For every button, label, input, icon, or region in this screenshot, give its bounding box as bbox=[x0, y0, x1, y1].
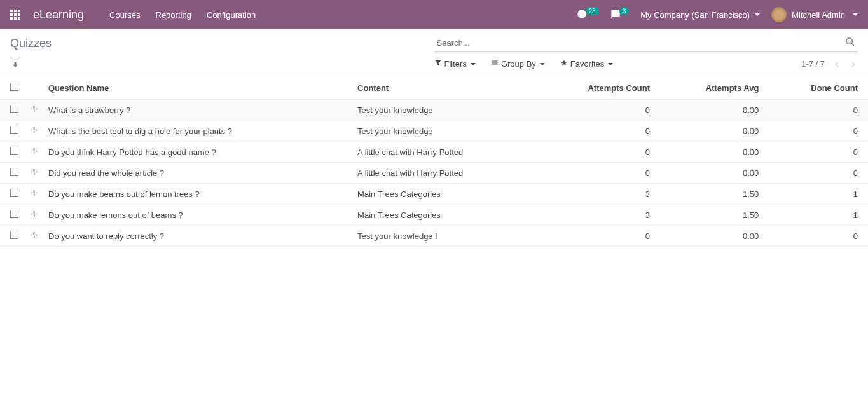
row-checkbox[interactable] bbox=[10, 147, 18, 155]
drag-handle-icon[interactable] bbox=[31, 126, 38, 136]
header-content[interactable]: Content bbox=[352, 76, 537, 100]
pager-prev[interactable]: ‹ bbox=[832, 57, 841, 71]
filters-button[interactable]: Filters bbox=[434, 57, 476, 71]
nav-reporting[interactable]: Reporting bbox=[156, 10, 191, 20]
groupby-button[interactable]: Group By bbox=[491, 57, 545, 71]
table-row[interactable]: Do you want to reply correctly ? Test yo… bbox=[0, 226, 868, 247]
caret-down-icon bbox=[471, 63, 476, 65]
favorites-label: Favorites bbox=[570, 59, 604, 69]
cell-name: Did you read the whole article ? bbox=[43, 163, 352, 184]
row-checkbox[interactable] bbox=[10, 189, 18, 197]
favorites-button[interactable]: Favorites bbox=[560, 57, 613, 71]
cell-name: What is the best tool to dig a hole for … bbox=[43, 121, 352, 142]
cell-attempts-avg: 0.00 bbox=[660, 100, 769, 121]
table-row[interactable]: Did you read the whole article ? A littl… bbox=[0, 163, 868, 184]
header-name[interactable]: Question Name bbox=[43, 76, 352, 100]
company-switcher[interactable]: My Company (San Francisco) bbox=[640, 10, 760, 20]
drag-handle-icon[interactable] bbox=[31, 168, 38, 178]
header-attempts-count[interactable]: Attempts Count bbox=[537, 76, 660, 100]
cell-content: A little chat with Harry Potted bbox=[352, 142, 537, 163]
cell-attempts-count: 0 bbox=[537, 121, 660, 142]
cell-attempts-avg: 1.50 bbox=[660, 184, 769, 205]
messages-button[interactable]: 3 bbox=[610, 9, 630, 21]
cell-attempts-avg: 1.50 bbox=[660, 205, 769, 226]
row-checkbox[interactable] bbox=[10, 105, 18, 113]
cell-done-count: 0 bbox=[769, 142, 868, 163]
apps-icon[interactable] bbox=[10, 10, 20, 20]
header-attempts-avg[interactable]: Attempts Avg bbox=[660, 76, 769, 100]
pager: 1-7 / 7 ‹ › bbox=[801, 57, 858, 71]
drag-handle-icon[interactable] bbox=[31, 210, 38, 220]
row-checkbox[interactable] bbox=[10, 126, 18, 134]
cell-attempts-avg: 0.00 bbox=[660, 163, 769, 184]
cell-name: Do you want to reply correctly ? bbox=[43, 226, 352, 247]
export-button[interactable] bbox=[10, 58, 20, 70]
breadcrumb: Quizzes bbox=[10, 37, 52, 50]
caret-down-icon bbox=[853, 13, 858, 16]
cell-attempts-count: 0 bbox=[537, 226, 660, 247]
cell-name: Do you make lemons out of beams ? bbox=[43, 205, 352, 226]
pager-next[interactable]: › bbox=[849, 57, 858, 71]
row-checkbox[interactable] bbox=[10, 231, 18, 239]
cell-attempts-avg: 0.00 bbox=[660, 226, 769, 247]
cell-done-count: 0 bbox=[769, 163, 868, 184]
user-menu[interactable]: Mitchell Admin bbox=[771, 7, 858, 22]
drag-handle-icon[interactable] bbox=[31, 231, 38, 241]
cell-attempts-count: 3 bbox=[537, 184, 660, 205]
cell-content: Test your knowledge ! bbox=[352, 226, 537, 247]
cell-content: A little chat with Harry Potted bbox=[352, 163, 537, 184]
cell-content: Test your knowledge bbox=[352, 121, 537, 142]
cell-done-count: 0 bbox=[769, 100, 868, 121]
cell-done-count: 0 bbox=[769, 121, 868, 142]
navbar: eLearning Courses Reporting Configuratio… bbox=[0, 0, 868, 29]
nav-configuration[interactable]: Configuration bbox=[207, 10, 256, 20]
nav-links: Courses Reporting Configuration bbox=[109, 10, 256, 20]
nav-right: 23 3 My Company (San Francisco) Mitchell… bbox=[577, 7, 858, 22]
pager-text[interactable]: 1-7 / 7 bbox=[801, 59, 825, 69]
table-row[interactable]: Do you make beams out of lemon trees ? M… bbox=[0, 184, 868, 205]
search-icon[interactable] bbox=[845, 37, 855, 49]
table-row[interactable]: Do you make lemons out of beams ? Main T… bbox=[0, 205, 868, 226]
cell-content: Main Trees Categories bbox=[352, 184, 537, 205]
cell-done-count: 1 bbox=[769, 184, 868, 205]
cell-attempts-avg: 0.00 bbox=[660, 121, 769, 142]
user-label: Mitchell Admin bbox=[792, 10, 845, 20]
cell-attempts-count: 0 bbox=[537, 100, 660, 121]
cell-name: What is a strawberry ? bbox=[43, 100, 352, 121]
funnel-icon bbox=[434, 59, 442, 69]
search-input[interactable] bbox=[434, 34, 858, 52]
caret-down-icon bbox=[540, 63, 545, 65]
table-row[interactable]: What is the best tool to dig a hole for … bbox=[0, 121, 868, 142]
drag-handle-icon[interactable] bbox=[31, 189, 38, 199]
cell-name: Do you think Harry Potted has a good nam… bbox=[43, 142, 352, 163]
activity-badge: 23 bbox=[586, 7, 599, 15]
caret-down-icon bbox=[608, 63, 613, 65]
select-all-checkbox[interactable] bbox=[10, 83, 18, 91]
cell-done-count: 1 bbox=[769, 205, 868, 226]
drag-handle-icon[interactable] bbox=[31, 147, 38, 157]
filters-label: Filters bbox=[444, 59, 467, 69]
groupby-label: Group By bbox=[501, 59, 536, 69]
cell-attempts-count: 0 bbox=[537, 142, 660, 163]
table-row[interactable]: What is a strawberry ? Test your knowled… bbox=[0, 100, 868, 121]
list-icon bbox=[491, 59, 499, 69]
header-done-count[interactable]: Done Count bbox=[769, 76, 868, 100]
avatar bbox=[771, 7, 787, 22]
table-row[interactable]: Do you think Harry Potted has a good nam… bbox=[0, 142, 868, 163]
cell-content: Main Trees Categories bbox=[352, 205, 537, 226]
row-checkbox[interactable] bbox=[10, 210, 18, 218]
nav-courses[interactable]: Courses bbox=[109, 10, 140, 20]
messages-badge: 3 bbox=[619, 7, 630, 15]
app-brand[interactable]: eLearning bbox=[33, 8, 84, 22]
cell-attempts-avg: 0.00 bbox=[660, 142, 769, 163]
cell-done-count: 0 bbox=[769, 226, 868, 247]
search-box bbox=[434, 34, 858, 52]
control-panel: Quizzes Filters Group By Favorites bbox=[0, 29, 868, 76]
cell-content: Test your knowledge bbox=[352, 100, 537, 121]
activity-button[interactable]: 23 bbox=[577, 9, 599, 21]
row-checkbox[interactable] bbox=[10, 168, 18, 176]
cell-attempts-count: 0 bbox=[537, 163, 660, 184]
drag-handle-icon[interactable] bbox=[31, 105, 38, 115]
cell-attempts-count: 3 bbox=[537, 205, 660, 226]
caret-down-icon bbox=[755, 13, 760, 16]
